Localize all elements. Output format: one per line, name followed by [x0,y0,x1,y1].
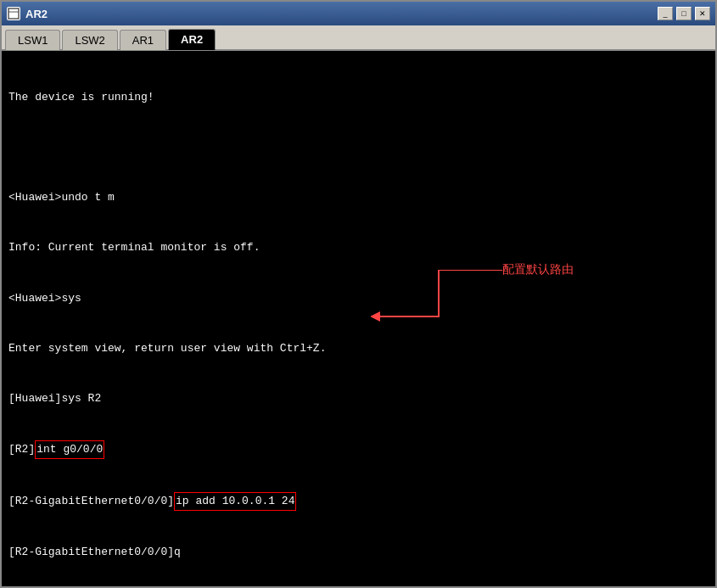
line-quit: [R2-GigabitEthernet0/0/0]q [8,544,709,561]
tab-ar1[interactable]: AR1 [120,30,166,50]
title-buttons: _ □ ✕ [658,7,710,20]
window-title: AR2 [25,8,48,20]
window-icon [7,7,20,20]
line-ipadd1: [R2-GigabitEthernet0/0/0]ip add 10.0.0.1… [8,492,709,511]
terminal-content: The device is running! <Huawei>undo t m … [8,56,709,586]
line-1: The device is running! [8,89,709,106]
line-info: Info: Current terminal monitor is off. [8,239,709,256]
line-int-g0: [R2]int g0/0/0 [8,440,709,459]
svg-rect-0 [8,8,19,19]
line-sysR2: [Huawei]sys R2 [8,390,709,407]
tab-ar2[interactable]: AR2 [168,29,216,50]
main-window: AR2 _ □ ✕ LSW1 LSW2 AR1 AR2 The device i… [0,0,717,588]
tabs-bar: LSW1 LSW2 AR1 AR2 [2,25,715,51]
line-sys: <Huawei>sys [8,290,709,307]
title-bar: AR2 _ □ ✕ [2,2,715,25]
line-undo: <Huawei>undo t m [8,189,709,206]
title-bar-left: AR2 [7,7,48,20]
minimize-button[interactable]: _ [658,7,673,20]
tab-lsw1[interactable]: LSW1 [5,30,60,50]
terminal-area: The device is running! <Huawei>undo t m … [2,51,715,586]
annotation-text: 配置默认路由 [502,262,574,276]
tab-lsw2[interactable]: LSW2 [62,30,117,50]
restore-button[interactable]: □ [676,7,692,20]
line-blank [8,139,709,156]
annotation-area: 配置默认路由 [502,261,574,277]
close-button[interactable]: ✕ [695,7,710,20]
line-enter: Enter system view, return user view with… [8,340,709,357]
